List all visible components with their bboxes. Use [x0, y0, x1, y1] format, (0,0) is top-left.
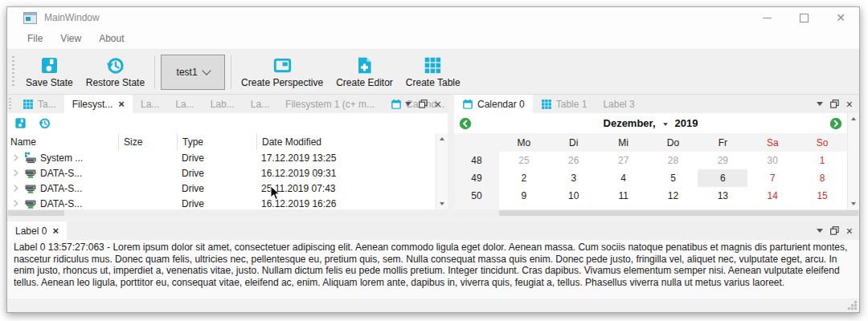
- toolbar-grip[interactable]: [12, 56, 14, 88]
- save-icon[interactable]: [14, 117, 27, 129]
- calendar-day-cell[interactable]: 2: [499, 169, 549, 187]
- scrollbar-thumb[interactable]: [8, 210, 64, 216]
- vertical-splitter[interactable]: [448, 95, 454, 217]
- create-perspective-label: Create Perspective: [241, 77, 323, 88]
- calendar-day-cell[interactable]: 12: [649, 187, 698, 205]
- calendar-day-cell[interactable]: 5: [649, 169, 698, 187]
- create-table-button[interactable]: Create Table: [399, 54, 467, 91]
- calendar-day-cell[interactable]: 8: [797, 169, 847, 187]
- maximize-icon: [800, 14, 809, 22]
- calendar-day-cell[interactable]: 27: [599, 152, 649, 169]
- calendar-day-cell[interactable]: 30: [747, 152, 797, 169]
- calendar-day-cell[interactable]: 3: [549, 169, 599, 187]
- column-header-type[interactable]: Type: [177, 133, 256, 150]
- tab-close-icon[interactable]: ×: [52, 226, 59, 236]
- calendar-day-cell[interactable]: 6: [698, 169, 747, 187]
- calendar-title[interactable]: Dezember, 2019: [472, 117, 829, 129]
- file-date: 25.11.2019 07:43: [256, 183, 436, 194]
- tab-list-dropdown-icon[interactable]: [405, 102, 411, 109]
- calendar-day-cell[interactable]: 29: [698, 152, 747, 169]
- expand-chevron-icon[interactable]: [10, 183, 21, 193]
- filesystem-vertical-scrollbar[interactable]: [436, 133, 448, 209]
- next-month-icon[interactable]: [829, 117, 842, 130]
- scroll-down-icon[interactable]: [851, 202, 856, 208]
- file-date: 16.12.2019 16:26: [256, 198, 436, 209]
- dock-close-icon[interactable]: ×: [435, 99, 441, 110]
- save-state-button[interactable]: Save State: [19, 54, 80, 91]
- menu-item-file[interactable]: File: [18, 30, 51, 47]
- create-editor-button[interactable]: Create Editor: [330, 54, 399, 91]
- expand-chevron-icon[interactable]: [10, 152, 21, 163]
- calendar-vertical-scrollbar[interactable]: [847, 113, 859, 209]
- right-tab-calendar-0[interactable]: Calendar 0: [454, 95, 533, 113]
- calendar-month: Dezember,: [604, 117, 656, 129]
- calendar-day-cell[interactable]: 1: [797, 152, 847, 169]
- left-tab-ta[interactable]: Ta...: [14, 95, 64, 113]
- calendar-day-cell[interactable]: 11: [599, 187, 649, 205]
- dock-close-icon[interactable]: ×: [846, 99, 853, 110]
- table-row[interactable]: DATA-S...Drive25.11.2019 07:43: [7, 181, 436, 196]
- restore-state-label: Restore State: [86, 77, 145, 88]
- restore-state-button[interactable]: Restore State: [80, 54, 151, 91]
- tab-list-dropdown-icon[interactable]: [817, 102, 823, 109]
- maximize-button[interactable]: [785, 7, 822, 28]
- scroll-up-icon[interactable]: [851, 115, 856, 120]
- column-header-name[interactable]: Name: [7, 133, 118, 150]
- tab-list-dropdown-icon[interactable]: [817, 229, 823, 236]
- scroll-down-icon[interactable]: [440, 202, 444, 208]
- calendar-week-number: 48: [454, 152, 499, 169]
- scroll-up-icon[interactable]: [440, 135, 444, 140]
- undock-icon[interactable]: [419, 100, 428, 108]
- expand-chevron-icon[interactable]: [10, 168, 21, 178]
- calendar-day-cell[interactable]: 28: [649, 152, 698, 169]
- undock-icon[interactable]: [830, 100, 839, 108]
- left-tab-la[interactable]: La...: [133, 95, 167, 113]
- left-tab-lab[interactable]: Lab...: [203, 95, 243, 113]
- tab-close-icon[interactable]: ×: [118, 99, 125, 109]
- dock-close-icon[interactable]: ×: [846, 226, 853, 237]
- left-tab-la[interactable]: La...: [167, 95, 202, 113]
- filesystem-horizontal-scrollbar[interactable]: [7, 209, 448, 217]
- calendar-day-header: Do: [649, 133, 698, 152]
- left-tab-filesystem-1-c-m[interactable]: Filesystem 1 (c+ m...: [277, 95, 383, 113]
- resize-grip-icon[interactable]: [848, 301, 857, 310]
- undock-icon[interactable]: [830, 226, 839, 235]
- bottom-tab-label-0[interactable]: Label 0×: [7, 221, 67, 240]
- perspective-combobox[interactable]: test1: [161, 55, 225, 90]
- table-row[interactable]: DATA-S...Drive16.12.2019 09:31: [7, 165, 436, 181]
- calendar-grid: MoDiMiDoFrSaSo48252627282930149234567850…: [454, 133, 847, 209]
- menu-item-view[interactable]: View: [51, 30, 90, 47]
- column-header-size[interactable]: Size: [118, 133, 177, 150]
- left-tab-filesyst[interactable]: Filesyst...×: [64, 95, 133, 113]
- calendar-day-cell[interactable]: 14: [747, 187, 797, 205]
- drive-icon: [24, 167, 37, 180]
- table-row[interactable]: System ...Drive17.12.2019 13:25: [7, 150, 436, 165]
- calendar-day-cell[interactable]: 7: [747, 169, 797, 187]
- calendar-day-cell[interactable]: 26: [549, 152, 599, 169]
- scrollbar-thumb[interactable]: [499, 210, 858, 216]
- expand-chevron-icon[interactable]: [10, 198, 21, 209]
- file-name-cell: DATA-S...: [7, 167, 118, 180]
- menu-item-about[interactable]: About: [90, 30, 133, 47]
- right-tab-table-1[interactable]: Table 1: [533, 95, 596, 113]
- previous-month-icon[interactable]: [459, 117, 472, 130]
- calendar-horizontal-scrollbar[interactable]: [454, 209, 859, 217]
- close-button[interactable]: ✕: [822, 7, 859, 28]
- left-tab-la[interactable]: La...: [243, 95, 277, 113]
- history-icon[interactable]: [39, 117, 51, 129]
- calendar-day-cell[interactable]: 10: [549, 187, 599, 205]
- calendar-day-cell[interactable]: 13: [698, 187, 747, 205]
- calendar-day-cell[interactable]: 9: [499, 187, 549, 205]
- calendar-day-cell[interactable]: 15: [797, 187, 847, 205]
- column-header-date-modified[interactable]: Date Modified: [256, 133, 436, 150]
- calendar-week-row: 482526272829301: [454, 152, 847, 169]
- tab-label: La...: [141, 99, 159, 110]
- table-icon: [424, 56, 442, 75]
- save-icon: [40, 56, 59, 75]
- calendar-day-cell[interactable]: 4: [599, 169, 649, 187]
- create-perspective-button[interactable]: Create Perspective: [235, 54, 330, 91]
- calendar-day-cell[interactable]: 25: [499, 152, 549, 169]
- right-tab-label-3[interactable]: Label 3: [595, 95, 642, 113]
- minimize-button[interactable]: [748, 7, 785, 28]
- file-type: Drive: [177, 168, 256, 179]
